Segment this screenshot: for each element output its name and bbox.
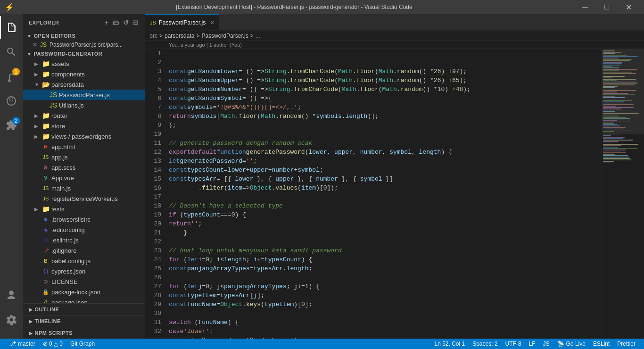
language-label: JS bbox=[543, 341, 550, 347]
package-json-file[interactable]: ▶ {} package.json bbox=[23, 297, 145, 303]
search-icon[interactable] bbox=[0, 41, 23, 63]
router-arrow: ▶ bbox=[34, 113, 40, 118]
app-html-file[interactable]: ▶ H app.html bbox=[23, 141, 145, 152]
git-graph-status[interactable]: Git Graph bbox=[66, 339, 99, 349]
register-sw-file[interactable]: ▶ JS registerServiceWorker.js bbox=[23, 193, 145, 204]
store-label: store bbox=[51, 123, 65, 130]
main-js-file[interactable]: ▶ JS main.js bbox=[23, 183, 145, 193]
prettier-label: Prettier bbox=[617, 341, 636, 347]
go-live-icon: 📡 bbox=[557, 341, 564, 347]
tests-label: tests bbox=[51, 206, 64, 213]
code-editor[interactable]: 1234567891011121314151617181920212223242… bbox=[145, 49, 644, 339]
gitignore-file[interactable]: ▶ ⎇ .gitignore bbox=[23, 245, 145, 256]
browserslistrc-file[interactable]: ▶ ≡ .browserslistrc bbox=[23, 214, 145, 224]
views-folder[interactable]: ▶ 📁 views / passwordgens bbox=[23, 131, 145, 141]
timeline-label: TIMELINE bbox=[35, 318, 61, 324]
breadcrumb-sep1: > bbox=[159, 33, 163, 39]
position-status[interactable]: Ln 52, Col 1 bbox=[430, 339, 469, 349]
app-html-icon: H bbox=[42, 144, 50, 150]
app-vue-file[interactable]: ▶ V App.vue bbox=[23, 173, 145, 183]
cypress-json-file[interactable]: ▶ {.} cypress.json bbox=[23, 266, 145, 276]
breadcrumb-parsersdata[interactable]: parsersdata bbox=[165, 33, 194, 39]
eslint-status[interactable]: ESLint bbox=[589, 339, 613, 349]
project-header[interactable]: ▼ PASSWORD-GENERATOR bbox=[23, 49, 145, 58]
extensions-badge: 2 bbox=[12, 117, 20, 125]
language-status[interactable]: JS bbox=[539, 339, 553, 349]
npm-scripts-arrow: ▶ bbox=[29, 331, 33, 336]
license-file[interactable]: ▶ © LICENSE bbox=[23, 276, 145, 287]
breadcrumb: src > parsersdata > PasswordParser.js > … bbox=[145, 31, 644, 41]
tests-folder[interactable]: ▶ 📁 tests bbox=[23, 204, 145, 214]
close-editor-icon[interactable]: ✕ bbox=[33, 42, 37, 48]
account-icon[interactable] bbox=[0, 284, 23, 307]
new-folder-button[interactable]: 🗁 bbox=[112, 18, 121, 27]
line-numbers: 1234567891011121314151617181920212223242… bbox=[145, 49, 169, 339]
timeline-header[interactable]: ▶ TIMELINE bbox=[23, 316, 145, 327]
package-lock-icon: 🔒 bbox=[42, 289, 50, 295]
views-label: views / passwordgens bbox=[51, 133, 111, 140]
utilans-file[interactable]: ▶ JS Utilans.js bbox=[23, 100, 145, 110]
breadcrumb-file[interactable]: PasswordParser.js bbox=[201, 33, 248, 39]
assets-arrow: ▶ bbox=[34, 61, 40, 66]
tab-file-icon: JS bbox=[150, 20, 156, 25]
source-control-icon[interactable]: 1 bbox=[0, 65, 23, 88]
utilans-icon: JS bbox=[50, 101, 57, 109]
open-editors-header[interactable]: ▼ OPEN EDITORS bbox=[23, 31, 145, 41]
app-js-file[interactable]: ▶ JS app.js bbox=[23, 152, 145, 162]
explorer-section: ▼ OPEN EDITORS ✕ JS PasswordParser.js sr… bbox=[23, 31, 145, 303]
refresh-button[interactable]: ↺ bbox=[122, 18, 130, 27]
go-live-status[interactable]: 📡 Go Live bbox=[553, 339, 589, 349]
close-button[interactable]: ✕ bbox=[618, 0, 639, 14]
debug-icon[interactable] bbox=[0, 90, 23, 112]
babel-config-file[interactable]: ▶ B babel.config.js bbox=[23, 256, 145, 266]
spaces-status[interactable]: Spaces: 2 bbox=[469, 339, 501, 349]
breadcrumb-src[interactable]: src bbox=[150, 33, 157, 39]
eslintrc-file[interactable]: ▶ ⬡ .eslintrc.js bbox=[23, 235, 145, 245]
settings-icon[interactable] bbox=[0, 308, 23, 331]
minimap[interactable] bbox=[602, 49, 644, 339]
editorconfig-file[interactable]: ▶ ◈ .editorconfig bbox=[23, 224, 145, 235]
branch-status[interactable]: ⎇ master bbox=[5, 339, 39, 349]
eslintrc-label: .eslintrc.js bbox=[51, 237, 79, 244]
assets-folder[interactable]: ▶ 📁 assets bbox=[23, 58, 145, 69]
license-label: LICENSE bbox=[51, 278, 78, 285]
npm-scripts-section: ▶ NPM SCRIPTS bbox=[23, 327, 145, 339]
code-content[interactable]: const getRandomLower = () => String.from… bbox=[169, 49, 602, 339]
encoding-status[interactable]: UTF-8 bbox=[502, 339, 525, 349]
views-arrow: ▶ bbox=[34, 134, 40, 139]
maximize-button[interactable]: □ bbox=[596, 0, 618, 14]
parsersdata-folder[interactable]: ▼ 📂 parsersdata bbox=[23, 79, 145, 90]
blame-bar: You, a year ago | 1 author (You) bbox=[145, 41, 644, 49]
status-right: Ln 52, Col 1 Spaces: 2 UTF-8 LF JS 📡 Go … bbox=[430, 339, 639, 349]
main-js-icon: JS bbox=[42, 185, 50, 191]
titlebar: ⚡ [Extension Development Host] - Passwor… bbox=[0, 0, 644, 14]
package-lock-file[interactable]: ▶ 🔒 package-lock.json bbox=[23, 287, 145, 297]
sidebar: EXPLORER + 🗁 ↺ ⊟ ▼ OPEN EDITORS ✕ JS Pas… bbox=[23, 14, 145, 339]
views-folder-icon: 📁 bbox=[42, 133, 50, 140]
outline-arrow: ▶ bbox=[29, 307, 33, 312]
active-tab[interactable]: JS PasswordParser.js × bbox=[145, 14, 219, 30]
store-folder[interactable]: ▶ 📁 store bbox=[23, 121, 145, 131]
open-editors-arrow: ▼ bbox=[27, 33, 32, 39]
new-file-button[interactable]: + bbox=[104, 18, 110, 27]
breadcrumb-sep2: > bbox=[196, 33, 199, 39]
components-label: components bbox=[51, 71, 85, 78]
outline-header[interactable]: ▶ OUTLINE bbox=[23, 304, 145, 315]
app-js-label: app.js bbox=[51, 154, 68, 161]
tab-close-button[interactable]: × bbox=[210, 19, 214, 26]
components-folder[interactable]: ▶ 📁 components bbox=[23, 69, 145, 79]
extensions-icon[interactable]: 2 bbox=[0, 114, 23, 137]
explorer-icon[interactable] bbox=[0, 16, 23, 39]
router-folder[interactable]: ▶ 📁 router bbox=[23, 110, 145, 121]
prettier-status[interactable]: Prettier bbox=[613, 339, 639, 349]
npm-scripts-header[interactable]: ▶ NPM SCRIPTS bbox=[23, 327, 145, 339]
open-editor-item[interactable]: ✕ JS PasswordParser.js src/pars... bbox=[23, 41, 145, 49]
git-graph-label: Git Graph bbox=[70, 341, 95, 347]
errors-status[interactable]: ⊘ 0 △ 0 bbox=[39, 339, 66, 349]
line-ending-status[interactable]: LF bbox=[525, 339, 539, 349]
app-scss-file[interactable]: ▶ S app.scss bbox=[23, 162, 145, 173]
passwordparser-label: PasswordParser.js bbox=[59, 91, 110, 99]
minimize-button[interactable]: ─ bbox=[574, 0, 596, 14]
passwordparser-file[interactable]: ▶ JS PasswordParser.js bbox=[23, 90, 145, 100]
collapse-button[interactable]: ⊟ bbox=[132, 18, 140, 27]
